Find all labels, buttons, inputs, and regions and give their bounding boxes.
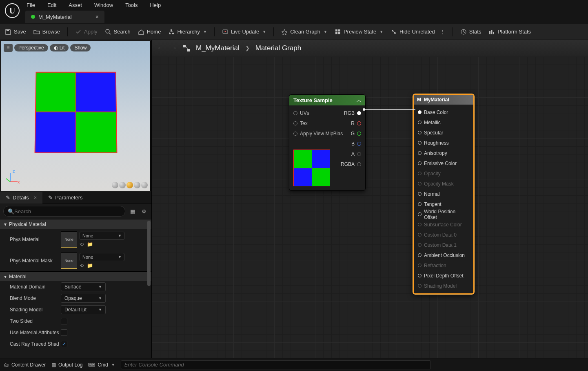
pin-out-r[interactable] <box>357 121 361 125</box>
platform-stats-button[interactable]: Platform Stats <box>488 29 531 35</box>
console-command-input[interactable]: Enter Console Command <box>121 360 431 369</box>
breadcrumb-page[interactable]: Material Graph <box>255 44 301 52</box>
section-physical-material[interactable]: ▾Physical Material <box>0 219 151 229</box>
pin-dot[interactable] <box>418 264 422 267</box>
gear-icon[interactable]: ⚙ <box>140 207 148 215</box>
pin-base-color[interactable]: Base Color <box>414 107 473 117</box>
material-domain-dropdown[interactable]: Surface▼ <box>61 282 106 291</box>
asset-dropdown[interactable]: None▼ <box>80 253 124 261</box>
nav-forward-button[interactable]: → <box>170 44 177 52</box>
pin-dot[interactable] <box>418 131 422 134</box>
view-show-pill[interactable]: Show <box>70 44 91 51</box>
pin-emissive-color[interactable]: Emissive Color <box>414 158 473 168</box>
stats-button[interactable]: Stats <box>460 29 481 35</box>
view-perspective-pill[interactable]: Perspective <box>14 44 48 51</box>
browse-to-icon[interactable]: 📁 <box>87 263 93 268</box>
preview-shape-selector[interactable] <box>112 182 148 188</box>
clean-graph-button[interactable]: Clean Graph▼ <box>281 29 327 35</box>
cmd-selector-button[interactable]: ⌨Cmd▼ <box>88 362 115 368</box>
close-icon[interactable]: × <box>95 13 99 20</box>
menu-window[interactable]: Window <box>94 2 113 8</box>
output-log-button[interactable]: ▤Output Log <box>51 362 82 368</box>
use-selected-icon[interactable]: ⟲ <box>80 263 84 268</box>
pin-normal[interactable]: Normal <box>414 189 473 199</box>
pin-out-g[interactable] <box>357 132 361 136</box>
pin-dot[interactable] <box>418 182 422 186</box>
pin-dot[interactable] <box>418 110 422 114</box>
pin-out-rgba[interactable] <box>357 162 361 166</box>
cast-ray-traced-checkbox[interactable] <box>61 341 67 347</box>
pin-dot[interactable] <box>418 141 422 145</box>
pin-in-mipbias[interactable] <box>293 132 297 136</box>
pin-refraction[interactable]: Refraction <box>414 260 473 270</box>
pin-dot[interactable] <box>418 284 422 288</box>
home-button[interactable]: Home <box>138 29 161 35</box>
browse-button[interactable]: Browse <box>33 29 60 35</box>
browse-to-icon[interactable]: 📁 <box>87 241 93 247</box>
pin-dot[interactable] <box>418 161 422 165</box>
pin-dot[interactable] <box>418 274 422 277</box>
scrollbar-thumb[interactable] <box>147 221 151 286</box>
hierarchy-button[interactable]: Hierarchy▼ <box>168 29 207 35</box>
tab-parameters[interactable]: ✎ Parameters <box>42 192 88 203</box>
pin-in-tex[interactable] <box>293 121 297 125</box>
breadcrumb-root[interactable]: M_MyMaterial <box>196 44 240 52</box>
pin-dot[interactable] <box>418 233 422 237</box>
blend-mode-dropdown[interactable]: Opaque▼ <box>61 294 106 303</box>
menu-file[interactable]: File <box>27 2 35 8</box>
save-button[interactable]: Save <box>5 29 26 35</box>
pin-shading-model[interactable]: Shading Model <box>414 281 473 291</box>
document-tab[interactable]: M_MyMaterial × <box>25 11 104 23</box>
pin-custom-data-1[interactable]: Custom Data 1 <box>414 240 473 250</box>
pin-tangent[interactable]: Tangent <box>414 199 473 209</box>
kebab-icon[interactable]: ⋮ <box>440 29 445 35</box>
asset-thumbnail[interactable]: None <box>61 231 77 248</box>
two-sided-checkbox[interactable] <box>61 318 67 324</box>
material-graph-canvas[interactable]: Texture Sample︿ UVs RGB Tex R Apply View… <box>152 56 588 358</box>
use-material-attrs-checkbox[interactable] <box>61 329 67 336</box>
pin-opacity[interactable]: Opacity <box>414 168 473 179</box>
pin-out-a[interactable] <box>357 152 361 156</box>
shading-model-dropdown[interactable]: Default Lit▼ <box>61 305 106 314</box>
pin-world-position-offset[interactable]: World Position Offset <box>414 209 473 219</box>
close-icon[interactable]: × <box>34 194 37 201</box>
grid-view-icon[interactable]: ▦ <box>129 207 137 215</box>
pin-in-uvs[interactable] <box>293 111 297 115</box>
pin-custom-data-0[interactable]: Custom Data 0 <box>414 230 473 240</box>
collapse-icon[interactable]: ︿ <box>357 97 361 103</box>
tab-details[interactable]: ✎ Details × <box>0 192 42 203</box>
apply-button[interactable]: Apply <box>75 29 98 35</box>
pin-dot[interactable] <box>418 172 422 175</box>
search-button[interactable]: Search <box>105 29 131 35</box>
search-field[interactable] <box>14 208 121 215</box>
pin-dot[interactable] <box>418 253 422 257</box>
pin-metallic[interactable]: Metallic <box>414 117 473 127</box>
content-drawer-button[interactable]: 🗂Content Drawer <box>4 362 46 368</box>
preview-state-button[interactable]: Preview State▼ <box>335 29 383 35</box>
node-texture-sample[interactable]: Texture Sample︿ UVs RGB Tex R Apply View… <box>289 94 366 191</box>
viewport-options-button[interactable]: ≡ <box>4 44 13 52</box>
nav-back-button[interactable]: ← <box>157 44 164 52</box>
section-material[interactable]: ▾Material <box>0 271 151 281</box>
asset-dropdown[interactable]: None▼ <box>80 232 124 240</box>
pin-specular[interactable]: Specular <box>414 127 473 138</box>
menu-asset[interactable]: Asset <box>69 2 82 8</box>
details-search-input[interactable]: 🔍 <box>3 206 125 217</box>
pin-dot[interactable] <box>418 212 422 216</box>
menu-edit[interactable]: Edit <box>47 2 56 8</box>
pin-anisotropy[interactable]: Anisotropy <box>414 148 473 158</box>
hide-unrelated-button[interactable]: Hide Unrelated ⋮ <box>391 29 445 35</box>
pin-dot[interactable] <box>418 151 422 155</box>
pin-subsurface-color[interactable]: Subsurface Color <box>414 219 473 230</box>
pin-ambient-occlusion[interactable]: Ambient Occlusion <box>414 250 473 260</box>
pin-dot[interactable] <box>418 192 422 196</box>
graph-wire[interactable] <box>362 107 417 112</box>
pin-dot[interactable] <box>418 223 422 226</box>
pin-dot[interactable] <box>418 202 422 206</box>
pin-out-rgb[interactable] <box>357 111 361 115</box>
pin-opacity-mask[interactable]: Opacity Mask <box>414 179 473 189</box>
menu-help[interactable]: Help <box>150 2 161 8</box>
pin-dot[interactable] <box>418 121 422 124</box>
pin-roughness[interactable]: Roughness <box>414 138 473 148</box>
menu-tools[interactable]: Tools <box>125 2 138 8</box>
